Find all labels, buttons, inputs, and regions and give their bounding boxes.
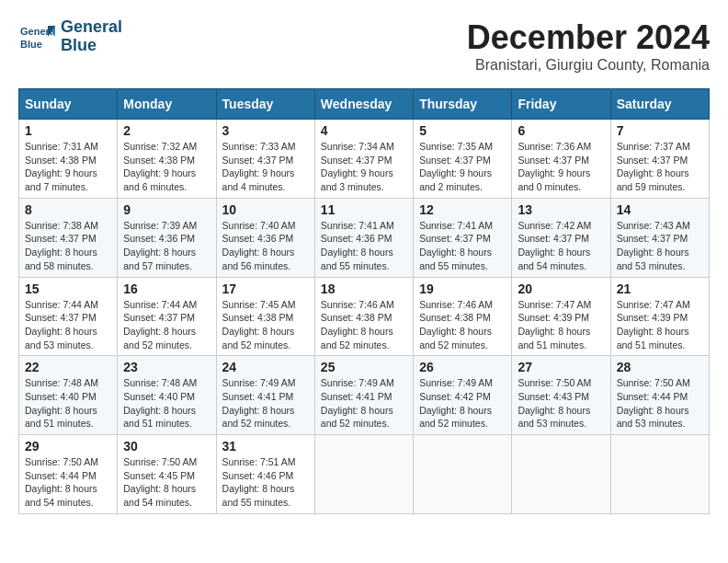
calendar-cell: 9Sunrise: 7:39 AM Sunset: 4:36 PM Daylig… [118,198,216,277]
day-number: 19 [419,282,506,296]
calendar-cell: 25Sunrise: 7:49 AM Sunset: 4:41 PM Dayli… [314,356,413,435]
calendar-cell: 13Sunrise: 7:42 AM Sunset: 4:37 PM Dayli… [512,198,610,277]
calendar-cell: 17Sunrise: 7:45 AM Sunset: 4:38 PM Dayli… [216,277,314,356]
day-number: 4 [321,123,407,138]
day-info: Sunrise: 7:41 AM Sunset: 4:36 PM Dayligh… [321,219,407,273]
calendar-cell: 8Sunrise: 7:38 AM Sunset: 4:37 PM Daylig… [19,198,118,277]
day-number: 15 [25,282,111,296]
day-info: Sunrise: 7:34 AM Sunset: 4:37 PM Dayligh… [321,140,407,194]
subtitle: Branistari, Giurgiu County, Romania [467,57,710,74]
calendar-cell: 23Sunrise: 7:48 AM Sunset: 4:40 PM Dayli… [118,356,216,435]
calendar-cell: 11Sunrise: 7:41 AM Sunset: 4:36 PM Dayli… [314,198,413,277]
day-info: Sunrise: 7:41 AM Sunset: 4:37 PM Dayligh… [419,219,506,273]
day-number: 5 [419,123,506,138]
day-number: 2 [123,123,210,138]
day-number: 7 [617,123,703,138]
calendar-cell: 28Sunrise: 7:50 AM Sunset: 4:44 PM Dayli… [610,356,709,435]
day-number: 6 [518,123,604,138]
day-number: 9 [123,202,210,217]
day-number: 10 [222,202,309,217]
calendar-cell: 20Sunrise: 7:47 AM Sunset: 4:39 PM Dayli… [512,277,610,356]
day-info: Sunrise: 7:40 AM Sunset: 4:36 PM Dayligh… [222,219,309,273]
day-number: 13 [518,202,604,217]
calendar-cell: 14Sunrise: 7:43 AM Sunset: 4:37 PM Dayli… [610,198,709,277]
day-number: 14 [617,202,703,217]
title-section: December 2024 Branistari, Giurgiu County… [467,18,710,74]
day-number: 23 [123,360,210,374]
calendar-cell: 6Sunrise: 7:36 AM Sunset: 4:37 PM Daylig… [512,120,610,199]
day-info: Sunrise: 7:37 AM Sunset: 4:37 PM Dayligh… [617,140,703,194]
day-number: 29 [25,439,111,454]
day-info: Sunrise: 7:48 AM Sunset: 4:40 PM Dayligh… [123,376,210,431]
calendar-cell: 24Sunrise: 7:49 AM Sunset: 4:41 PM Dayli… [216,356,314,435]
calendar-cell: 29Sunrise: 7:50 AM Sunset: 4:44 PM Dayli… [19,435,118,514]
logo: General Blue General Blue [18,18,122,55]
calendar-cell: 10Sunrise: 7:40 AM Sunset: 4:36 PM Dayli… [216,198,314,277]
day-info: Sunrise: 7:47 AM Sunset: 4:39 PM Dayligh… [518,298,604,352]
day-info: Sunrise: 7:49 AM Sunset: 4:42 PM Dayligh… [419,376,506,431]
day-number: 30 [123,439,210,454]
day-number: 3 [222,123,309,138]
calendar-cell: 31Sunrise: 7:51 AM Sunset: 4:46 PM Dayli… [216,435,314,514]
day-info: Sunrise: 7:36 AM Sunset: 4:37 PM Dayligh… [518,140,604,194]
day-number: 18 [321,282,407,296]
logo-icon: General Blue [18,18,55,55]
calendar-week-row: 29Sunrise: 7:50 AM Sunset: 4:44 PM Dayli… [19,435,710,514]
calendar-cell: 16Sunrise: 7:44 AM Sunset: 4:37 PM Dayli… [118,277,216,356]
calendar-cell: 26Sunrise: 7:49 AM Sunset: 4:42 PM Dayli… [414,356,512,435]
calendar-table: SundayMondayTuesdayWednesdayThursdayFrid… [18,88,710,514]
day-info: Sunrise: 7:33 AM Sunset: 4:37 PM Dayligh… [222,140,309,194]
day-number: 25 [321,360,407,374]
calendar-header-thursday: Thursday [414,89,512,120]
day-info: Sunrise: 7:44 AM Sunset: 4:37 PM Dayligh… [123,298,210,352]
day-number: 28 [617,360,703,374]
day-info: Sunrise: 7:50 AM Sunset: 4:44 PM Dayligh… [617,376,703,431]
calendar-cell: 4Sunrise: 7:34 AM Sunset: 4:37 PM Daylig… [314,120,413,199]
day-number: 20 [518,282,604,296]
calendar-cell: 5Sunrise: 7:35 AM Sunset: 4:37 PM Daylig… [414,120,512,199]
day-number: 12 [419,202,506,217]
calendar-cell: 1Sunrise: 7:31 AM Sunset: 4:38 PM Daylig… [19,120,118,199]
day-info: Sunrise: 7:50 AM Sunset: 4:44 PM Dayligh… [25,455,111,510]
calendar-cell [414,435,512,514]
calendar-cell [314,435,413,514]
day-number: 21 [617,282,703,296]
calendar-cell: 18Sunrise: 7:46 AM Sunset: 4:38 PM Dayli… [314,277,413,356]
calendar-header-wednesday: Wednesday [314,89,413,120]
day-info: Sunrise: 7:35 AM Sunset: 4:37 PM Dayligh… [419,140,506,194]
calendar-cell: 27Sunrise: 7:50 AM Sunset: 4:43 PM Dayli… [512,356,610,435]
calendar-cell: 22Sunrise: 7:48 AM Sunset: 4:40 PM Dayli… [19,356,118,435]
calendar-cell: 21Sunrise: 7:47 AM Sunset: 4:39 PM Dayli… [610,277,709,356]
calendar-week-row: 22Sunrise: 7:48 AM Sunset: 4:40 PM Dayli… [19,356,710,435]
logo-line2: Blue [61,37,122,55]
day-number: 8 [25,202,111,217]
day-info: Sunrise: 7:38 AM Sunset: 4:37 PM Dayligh… [25,219,111,273]
svg-rect-0 [18,18,55,55]
day-info: Sunrise: 7:45 AM Sunset: 4:38 PM Dayligh… [222,298,309,352]
calendar-header-monday: Monday [118,89,216,120]
svg-text:Blue: Blue [20,39,42,50]
calendar-header-sunday: Sunday [19,89,118,120]
day-info: Sunrise: 7:46 AM Sunset: 4:38 PM Dayligh… [321,298,407,352]
day-number: 1 [25,123,111,138]
day-info: Sunrise: 7:43 AM Sunset: 4:37 PM Dayligh… [617,219,703,273]
calendar-cell: 3Sunrise: 7:33 AM Sunset: 4:37 PM Daylig… [216,120,314,199]
day-info: Sunrise: 7:50 AM Sunset: 4:43 PM Dayligh… [518,376,604,431]
page-header: General Blue General Blue December 2024 … [18,18,710,74]
day-number: 31 [222,439,309,454]
day-info: Sunrise: 7:49 AM Sunset: 4:41 PM Dayligh… [321,376,407,431]
day-info: Sunrise: 7:32 AM Sunset: 4:38 PM Dayligh… [123,140,210,194]
calendar-header-tuesday: Tuesday [216,89,314,120]
day-info: Sunrise: 7:47 AM Sunset: 4:39 PM Dayligh… [617,298,703,352]
calendar-cell: 19Sunrise: 7:46 AM Sunset: 4:38 PM Dayli… [414,277,512,356]
calendar-cell: 30Sunrise: 7:50 AM Sunset: 4:45 PM Dayli… [118,435,216,514]
day-info: Sunrise: 7:51 AM Sunset: 4:46 PM Dayligh… [222,455,309,510]
day-number: 11 [321,202,407,217]
day-info: Sunrise: 7:49 AM Sunset: 4:41 PM Dayligh… [222,376,309,431]
day-number: 24 [222,360,309,374]
calendar-header-saturday: Saturday [610,89,709,120]
day-number: 17 [222,282,309,296]
calendar-week-row: 8Sunrise: 7:38 AM Sunset: 4:37 PM Daylig… [19,198,710,277]
logo-line1: General [61,18,122,37]
calendar-cell: 7Sunrise: 7:37 AM Sunset: 4:37 PM Daylig… [610,120,709,199]
